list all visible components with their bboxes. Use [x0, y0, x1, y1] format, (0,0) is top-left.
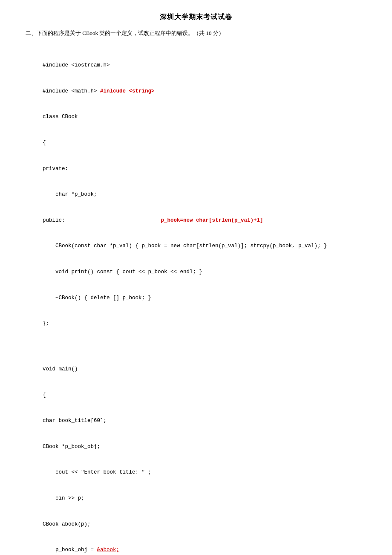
- code-main-cout: cout << "Enter book title: " ;: [43, 468, 366, 477]
- correction-pbook-new: p_book=new char[strlen(p_val)+1]: [161, 217, 263, 223]
- section2-header: 二、下面的程序是关于 CBook 类的一个定义，试改正程序中的错误。（共 10 …: [26, 29, 366, 37]
- code-line-include1: #include <iostream.h>: [43, 61, 366, 70]
- code-line-brace1: {: [43, 139, 366, 147]
- code-main-cin: cin >> p;: [43, 494, 366, 503]
- code-line-private: private:: [43, 165, 366, 173]
- code-line-print: void print() const { cout << p_book << e…: [43, 268, 366, 277]
- section2-code: #include <iostream.h> #include <math.h> …: [43, 44, 366, 345]
- code-line-endsemicolon: };: [43, 319, 366, 328]
- code-main-pbookobj-assign: p_book_obj = &abook;: [43, 546, 366, 555]
- code-line-destructor: ~CBook() { delete [] p_book; }: [43, 294, 366, 303]
- code-line-public: public: p_book=new char[strlen(p_val)+1]: [43, 216, 366, 225]
- code-line-pbook: char *p_book;: [43, 190, 366, 199]
- code-line-constructor: CBook(const char *p_val) { p_book = new …: [43, 242, 366, 251]
- page-title: 深圳大学期末考试试卷: [26, 13, 366, 22]
- correction-abook: &abook;: [97, 547, 120, 553]
- code-main-booktitle: char book_title[60];: [43, 416, 366, 425]
- code-main-brace: {: [43, 391, 366, 400]
- code-main-pbookobj: CBook *p_book_obj;: [43, 442, 366, 451]
- code-line-class: class CBook: [43, 113, 366, 121]
- section2-main: void main() { char book_title[60]; CBook…: [43, 348, 366, 555]
- code-main-void: void main(): [43, 365, 366, 374]
- correction-include: #inlcude <string>: [100, 88, 155, 94]
- code-main-abook: CBook abook(p);: [43, 520, 366, 529]
- code-line-include2: #include <math.h> #inlcude <string>: [43, 87, 366, 96]
